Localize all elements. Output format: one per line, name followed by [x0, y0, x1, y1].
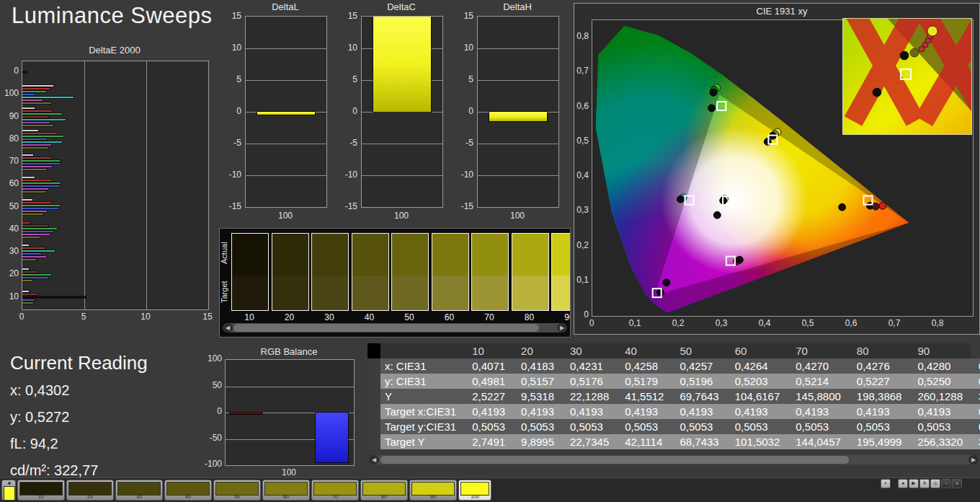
mini-chart-title: DeltaC [361, 1, 442, 12]
deltae-y-tick-label: 60 [4, 178, 19, 188]
deltae-y-tick-label: 40 [4, 224, 19, 234]
cie-y-tick-label: 0,3 [574, 205, 589, 215]
table-cell: 0,4183 [513, 358, 562, 374]
sweep-swatch [391, 233, 429, 311]
table-row: Target Y2,74919,899522,734542,111468,743… [368, 434, 980, 449]
table-cell: 2,5227 [464, 389, 513, 404]
patch-tile-40[interactable]: 40 [164, 480, 212, 501]
table-row-edge [368, 389, 380, 404]
deltae-bar [22, 88, 50, 89]
toolbar-icon-button[interactable]: ● [952, 479, 962, 488]
table-cell: 0,4193 [464, 404, 513, 419]
cie-measured-point [708, 105, 716, 112]
deltae-bar [22, 294, 37, 295]
table-cell: 0,5203 [727, 374, 788, 389]
sweep-swatch [512, 233, 549, 311]
table-cell: 0,5053 [617, 419, 672, 434]
cie-measured-point [839, 203, 846, 211]
sweep-swatch-target [512, 276, 548, 310]
table-row: Target y:CIE310,50530,50530,50530,50530,… [368, 419, 980, 434]
mini-x-label: 100 [245, 211, 326, 221]
deltae-bar [22, 163, 61, 164]
sweep-swatch-target [352, 276, 388, 310]
table-cell: 9,5318 [513, 389, 562, 404]
table-row-edge [368, 434, 380, 449]
rgb-y-tick-label: -50 [203, 433, 222, 443]
sweep-scroll-left-arrow-icon[interactable]: ◀ [223, 323, 233, 333]
table-row-label: Target y:CIE31 [380, 419, 464, 434]
table-row-label: x: CIE31 [380, 358, 464, 374]
deltae-x-tick-label: 15 [199, 312, 216, 322]
mini-y-tick-label: 0 [455, 106, 473, 116]
rgb-y-tick-label: 50 [203, 380, 222, 390]
cie-measured-point [710, 89, 717, 96]
deltae-2000-chart: DeltaE 2000 0100908070605040302010 05101… [4, 45, 215, 330]
cie-y-tick-label: 0,4 [574, 170, 589, 180]
toolbar-icon-button[interactable]: ▪ [941, 479, 951, 488]
sweep-swatch-target [272, 276, 308, 310]
table-header-row: 102030405060708090 [368, 343, 980, 358]
cie-1931-panel: CIE 1931 xy 0,80,70,60,50,40,30,20,1000,… [574, 3, 980, 335]
patch-tile-10[interactable]: 10 [17, 480, 65, 501]
table-cell: 0,5179 [617, 374, 672, 389]
deltae-y-tick-label: 90 [4, 111, 19, 121]
cie-y-tick-label: 0,2 [574, 240, 589, 250]
mini-y-tick-label: 5 [455, 74, 473, 84]
patch-tile-label: 80 [361, 494, 407, 500]
patch-tile-100[interactable]: 100 [458, 480, 491, 501]
table-scroll-left-arrow-icon[interactable]: ◀ [369, 455, 379, 464]
mini-y-tick-label: 15 [223, 11, 241, 21]
current-patch-tile[interactable] [1, 480, 16, 501]
cie-x-tick-label: 0,7 [883, 318, 905, 328]
toolbar-icon-button[interactable]: ◎ [930, 479, 940, 488]
mini-gridline [246, 144, 326, 144]
deltae-bar [22, 182, 61, 184]
deltae-chart-title: DeltaE 2000 [22, 45, 208, 56]
deltae-bar [22, 177, 35, 178]
table-cell: 0,4193 [617, 404, 672, 419]
table-cell-partial: 3 [971, 389, 980, 404]
sweep-scrollbar-thumb[interactable] [233, 324, 539, 332]
patch-tile-50[interactable]: 50 [213, 480, 261, 501]
mini-y-tick-label: -15 [455, 201, 473, 211]
table-cell: 0,5196 [672, 374, 726, 389]
cie-inset-point [910, 48, 919, 57]
patch-dot-icon [8, 482, 11, 485]
toolbar-icon-button[interactable]: ▶ [909, 479, 919, 488]
table-scrollbar-thumb[interactable] [380, 456, 849, 464]
table-cell: 0,5053 [788, 419, 849, 434]
deltae-bar [22, 185, 60, 187]
table-cell: 0,4193 [727, 404, 788, 419]
table-scroll-right-arrow-icon[interactable]: ▶ [968, 455, 979, 464]
deltae-bar [22, 188, 48, 190]
patch-tile-20[interactable]: 20 [66, 480, 114, 501]
current-reading-line: y: 0,5272 [10, 409, 69, 426]
cie-measured-point [736, 256, 743, 263]
cie-y-tick-label: 0,6 [574, 101, 589, 111]
toolbar-icon-button[interactable]: A [919, 479, 930, 488]
table-cell: 0,4270 [788, 358, 849, 374]
table-column-header: 20 [513, 343, 562, 358]
patch-tile-70[interactable]: 70 [311, 480, 359, 501]
deltae-bar [22, 91, 46, 92]
patch-tile-90[interactable]: 90 [409, 480, 457, 501]
patch-tile-60[interactable]: 60 [262, 480, 310, 501]
cie-measured-point [656, 289, 664, 296]
patch-tile-30[interactable]: 30 [115, 480, 163, 501]
toolbar-icon-button[interactable]: ● [898, 479, 908, 488]
deltae-bar [22, 97, 74, 98]
deltae-bar [22, 94, 35, 95]
sweep-scroll-right-arrow-icon[interactable]: ▶ [557, 323, 567, 333]
table-row-edge [368, 374, 380, 389]
deltae-bar [22, 85, 53, 87]
cie-measured-point [663, 279, 670, 286]
table-scrollbar[interactable]: ◀ ▶ [369, 455, 979, 464]
table-row: Target x:CIE310,41930,41930,41930,41930,… [368, 404, 980, 419]
rgb-balance-chart: RGB Balance 100500-50-100100 [203, 345, 360, 483]
toolbar-mini-icon[interactable]: ▪ [881, 479, 891, 488]
patch-tile-80[interactable]: 80 [360, 480, 408, 501]
rgb-balance-plot [225, 359, 355, 466]
sweep-scrollbar[interactable]: ◀▶ [223, 323, 567, 333]
mini-y-tick-label: -10 [455, 169, 473, 180]
deltae-bar [22, 231, 53, 232]
